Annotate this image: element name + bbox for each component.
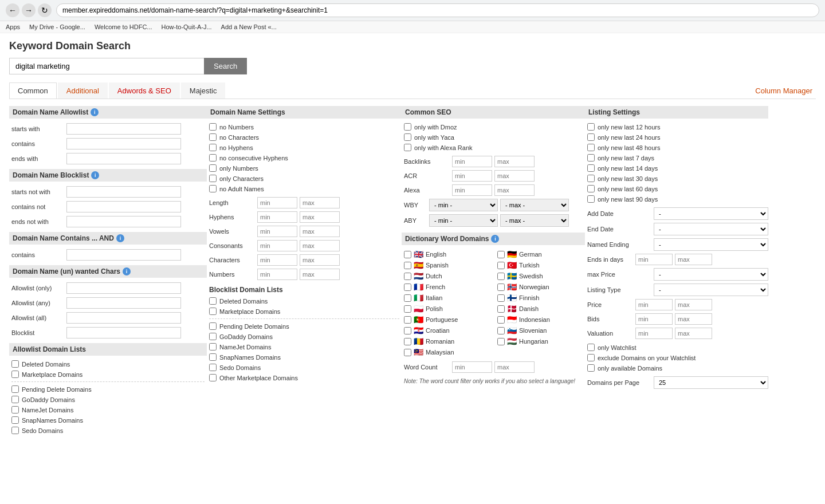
blocklist-other-marketplace-cb[interactable]: [209, 374, 217, 381]
new-12h-cb[interactable]: [587, 123, 595, 131]
ends-not-with-input[interactable]: [66, 216, 181, 227]
wby-max-select[interactable]: - max -: [500, 199, 569, 211]
search-input[interactable]: [9, 58, 204, 74]
no-numbers-cb[interactable]: [209, 123, 217, 131]
alexa-min-input[interactable]: [452, 184, 492, 196]
no-characters-cb[interactable]: [209, 133, 217, 141]
blocklist-marketplace-cb[interactable]: [209, 308, 217, 315]
only-watchlist-cb[interactable]: [587, 344, 595, 351]
consonants-min-input[interactable]: [257, 240, 297, 251]
no-consec-hyphens-cb[interactable]: [209, 154, 217, 162]
tab-common[interactable]: Common: [9, 82, 57, 99]
forward-button[interactable]: →: [22, 3, 36, 17]
wby-min-select[interactable]: - min -: [429, 199, 498, 211]
dict-info-icon[interactable]: i: [491, 235, 499, 243]
only-numbers-cb[interactable]: [209, 164, 217, 172]
allowlist-all-input[interactable]: [66, 312, 181, 324]
consonants-max-input[interactable]: [300, 240, 340, 251]
blocklist-snapnames-cb[interactable]: [209, 353, 217, 361]
tab-majestic[interactable]: Majestic: [181, 82, 226, 99]
only-available-cb[interactable]: [587, 364, 595, 372]
lang-croatian-cb[interactable]: [404, 327, 411, 334]
url-bar[interactable]: [56, 3, 819, 17]
lang-portuguese-cb[interactable]: [404, 316, 411, 324]
bookmark-quit[interactable]: How-to-Quit-A-J...: [162, 23, 212, 30]
listing-type-select[interactable]: -: [654, 284, 768, 296]
bookmark-drive[interactable]: My Drive - Google...: [29, 23, 85, 30]
no-hyphens-cb[interactable]: [209, 144, 217, 151]
blocklist-namejet-cb[interactable]: [209, 343, 217, 351]
new-24h-cb[interactable]: [587, 133, 595, 141]
search-button[interactable]: Search: [204, 58, 247, 74]
contains-and-input[interactable]: [66, 249, 181, 261]
ends-with-input[interactable]: [66, 153, 181, 164]
lang-english-cb[interactable]: [404, 251, 411, 258]
allowlist-deleted-domains-cb[interactable]: [11, 360, 19, 368]
contains-not-input[interactable]: [66, 201, 181, 212]
ends-in-days-min-input[interactable]: [635, 254, 673, 265]
new-14d-cb[interactable]: [587, 164, 595, 172]
bookmark-apps[interactable]: Apps: [6, 23, 20, 30]
length-min-input[interactable]: [257, 197, 297, 208]
allowlist-only-input[interactable]: [66, 282, 181, 294]
no-adult-names-cb[interactable]: [209, 185, 217, 192]
lang-norwegian-cb[interactable]: [497, 284, 505, 291]
vowels-min-input[interactable]: [257, 226, 297, 237]
allowlist-marketplace-cb[interactable]: [11, 371, 19, 378]
column-manager-button[interactable]: Column Manager: [752, 83, 816, 99]
lang-danish-cb[interactable]: [497, 305, 505, 313]
tab-adwords-seo[interactable]: Adwords & SEO: [109, 82, 180, 99]
lang-french-cb[interactable]: [404, 284, 411, 291]
lang-german-cb[interactable]: [497, 251, 505, 258]
only-characters-cb[interactable]: [209, 175, 217, 182]
blocklist-deleted-domains-cb[interactable]: [209, 297, 217, 305]
blocklist-info-icon[interactable]: i: [91, 171, 99, 179]
lang-finnish-cb[interactable]: [497, 294, 505, 302]
bids-min-input[interactable]: [635, 313, 673, 325]
lang-italian-cb[interactable]: [404, 294, 411, 302]
lang-turkish-cb[interactable]: [497, 262, 505, 269]
add-date-select[interactable]: -: [654, 207, 768, 220]
tab-additional[interactable]: Additional: [58, 82, 108, 99]
acr-max-input[interactable]: [494, 170, 535, 182]
end-date-select[interactable]: -: [654, 223, 768, 235]
blocklist-sedo-cb[interactable]: [209, 364, 217, 371]
blocklist-chars-input[interactable]: [66, 327, 181, 338]
bids-max-input[interactable]: [675, 313, 712, 325]
numbers-min-input[interactable]: [257, 269, 297, 280]
blocklist-pending-cb[interactable]: [209, 322, 217, 330]
allowlist-any-input[interactable]: [66, 297, 181, 309]
contains-input[interactable]: [66, 138, 181, 149]
new-30d-cb[interactable]: [587, 175, 595, 182]
valuation-max-input[interactable]: [675, 328, 712, 339]
only-yaca-cb[interactable]: [404, 133, 411, 141]
lang-indonesian-cb[interactable]: [497, 316, 505, 324]
lang-spanish-cb[interactable]: [404, 262, 411, 269]
only-dmoz-cb[interactable]: [404, 123, 411, 131]
characters-min-input[interactable]: [257, 254, 297, 266]
named-ending-select[interactable]: -: [654, 238, 768, 251]
lang-romanian-cb[interactable]: [404, 338, 411, 345]
new-7d-cb[interactable]: [587, 154, 595, 162]
backlinks-min-input[interactable]: [452, 156, 492, 167]
max-price-select[interactable]: -: [654, 268, 768, 281]
exclude-watchlist-cb[interactable]: [587, 354, 595, 361]
lang-swedish-cb[interactable]: [497, 273, 505, 280]
hyphens-max-input[interactable]: [300, 211, 340, 223]
refresh-button[interactable]: ↻: [38, 3, 52, 17]
allowlist-godaddy-cb[interactable]: [11, 396, 19, 403]
aby-max-select[interactable]: - max -: [500, 214, 569, 227]
price-min-input[interactable]: [635, 299, 673, 310]
lang-dutch-cb[interactable]: [404, 273, 411, 280]
lang-slovenian-cb[interactable]: [497, 327, 505, 334]
characters-max-input[interactable]: [300, 254, 340, 266]
allowlist-namejet-cb[interactable]: [11, 406, 19, 414]
length-max-input[interactable]: [300, 197, 340, 208]
numbers-max-input[interactable]: [300, 269, 340, 280]
lang-polish-cb[interactable]: [404, 305, 411, 313]
blocklist-godaddy-cb[interactable]: [209, 333, 217, 340]
domains-per-page-select[interactable]: 25 50 100: [654, 376, 768, 389]
starts-with-input[interactable]: [66, 123, 181, 135]
vowels-max-input[interactable]: [300, 226, 340, 237]
aby-min-select[interactable]: - min -: [429, 214, 498, 227]
